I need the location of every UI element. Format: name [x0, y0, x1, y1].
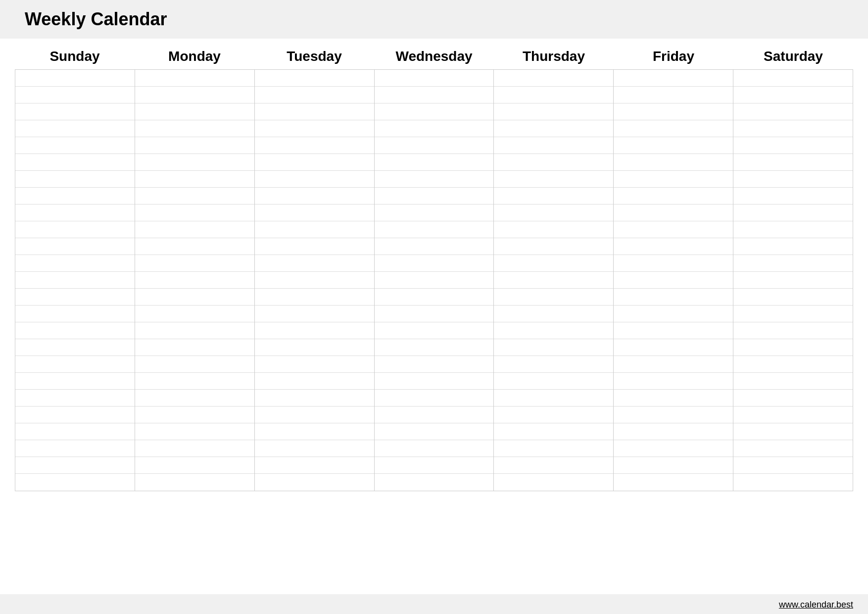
time-slot[interactable]: [255, 440, 374, 457]
time-slot[interactable]: [255, 306, 374, 322]
time-slot[interactable]: [494, 373, 613, 390]
time-slot[interactable]: [375, 171, 494, 188]
time-slot[interactable]: [614, 440, 733, 457]
time-slot[interactable]: [733, 339, 853, 356]
time-slot[interactable]: [733, 356, 853, 373]
time-slot[interactable]: [375, 188, 494, 205]
time-slot[interactable]: [15, 120, 135, 137]
time-slot[interactable]: [135, 272, 254, 289]
time-slot[interactable]: [733, 457, 853, 474]
time-slot[interactable]: [15, 70, 135, 87]
time-slot[interactable]: [255, 423, 374, 440]
time-slot[interactable]: [255, 188, 374, 205]
time-slot[interactable]: [375, 238, 494, 255]
time-slot[interactable]: [494, 120, 613, 137]
time-slot[interactable]: [375, 457, 494, 474]
time-slot[interactable]: [255, 238, 374, 255]
time-slot[interactable]: [614, 238, 733, 255]
time-slot[interactable]: [494, 407, 613, 423]
time-slot[interactable]: [494, 70, 613, 87]
time-slot[interactable]: [375, 137, 494, 154]
time-slot[interactable]: [15, 457, 135, 474]
time-slot[interactable]: [614, 154, 733, 171]
day-column-monday[interactable]: [135, 70, 255, 491]
time-slot[interactable]: [494, 423, 613, 440]
time-slot[interactable]: [614, 322, 733, 339]
time-slot[interactable]: [494, 390, 613, 407]
day-column-saturday[interactable]: [733, 70, 853, 491]
time-slot[interactable]: [255, 272, 374, 289]
time-slot[interactable]: [375, 440, 494, 457]
time-slot[interactable]: [733, 205, 853, 221]
day-column-wednesday[interactable]: [375, 70, 494, 491]
time-slot[interactable]: [15, 171, 135, 188]
time-slot[interactable]: [255, 339, 374, 356]
time-slot[interactable]: [375, 70, 494, 87]
time-slot[interactable]: [375, 306, 494, 322]
time-slot[interactable]: [135, 306, 254, 322]
time-slot[interactable]: [614, 373, 733, 390]
time-slot[interactable]: [375, 407, 494, 423]
time-slot[interactable]: [135, 390, 254, 407]
time-slot[interactable]: [494, 137, 613, 154]
time-slot[interactable]: [375, 87, 494, 103]
time-slot[interactable]: [15, 339, 135, 356]
time-slot[interactable]: [15, 373, 135, 390]
time-slot[interactable]: [255, 120, 374, 137]
day-column-tuesday[interactable]: [255, 70, 375, 491]
time-slot[interactable]: [733, 423, 853, 440]
time-slot[interactable]: [614, 171, 733, 188]
time-slot[interactable]: [733, 70, 853, 87]
time-slot[interactable]: [135, 221, 254, 238]
time-slot[interactable]: [614, 407, 733, 423]
time-slot[interactable]: [15, 238, 135, 255]
time-slot[interactable]: [375, 390, 494, 407]
time-slot[interactable]: [733, 390, 853, 407]
time-slot[interactable]: [375, 272, 494, 289]
time-slot[interactable]: [15, 322, 135, 339]
time-slot[interactable]: [375, 103, 494, 120]
time-slot[interactable]: [15, 306, 135, 322]
time-slot[interactable]: [15, 356, 135, 373]
time-slot[interactable]: [733, 474, 853, 491]
time-slot[interactable]: [135, 474, 254, 491]
time-slot[interactable]: [494, 103, 613, 120]
time-slot[interactable]: [614, 390, 733, 407]
time-slot[interactable]: [733, 171, 853, 188]
time-slot[interactable]: [375, 120, 494, 137]
time-slot[interactable]: [494, 356, 613, 373]
time-slot[interactable]: [135, 457, 254, 474]
time-slot[interactable]: [135, 356, 254, 373]
time-slot[interactable]: [255, 255, 374, 272]
time-slot[interactable]: [733, 373, 853, 390]
time-slot[interactable]: [375, 205, 494, 221]
time-slot[interactable]: [733, 188, 853, 205]
time-slot[interactable]: [494, 272, 613, 289]
time-slot[interactable]: [255, 373, 374, 390]
time-slot[interactable]: [375, 255, 494, 272]
time-slot[interactable]: [135, 289, 254, 306]
time-slot[interactable]: [255, 289, 374, 306]
time-slot[interactable]: [255, 70, 374, 87]
time-slot[interactable]: [733, 120, 853, 137]
time-slot[interactable]: [135, 322, 254, 339]
time-slot[interactable]: [614, 423, 733, 440]
time-slot[interactable]: [494, 154, 613, 171]
time-slot[interactable]: [494, 87, 613, 103]
time-slot[interactable]: [15, 289, 135, 306]
time-slot[interactable]: [614, 272, 733, 289]
time-slot[interactable]: [135, 407, 254, 423]
time-slot[interactable]: [255, 171, 374, 188]
time-slot[interactable]: [15, 103, 135, 120]
time-slot[interactable]: [614, 137, 733, 154]
time-slot[interactable]: [15, 423, 135, 440]
time-slot[interactable]: [614, 339, 733, 356]
time-slot[interactable]: [135, 373, 254, 390]
time-slot[interactable]: [15, 205, 135, 221]
time-slot[interactable]: [135, 339, 254, 356]
time-slot[interactable]: [375, 356, 494, 373]
time-slot[interactable]: [15, 154, 135, 171]
time-slot[interactable]: [135, 423, 254, 440]
time-slot[interactable]: [614, 188, 733, 205]
time-slot[interactable]: [494, 457, 613, 474]
